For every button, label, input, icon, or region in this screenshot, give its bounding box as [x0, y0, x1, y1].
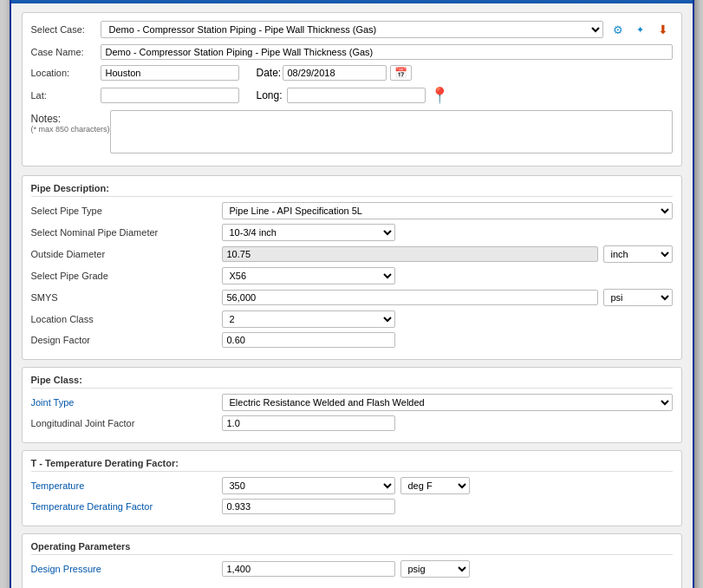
long-joint-factor-input[interactable]	[222, 415, 395, 431]
pipe-class-section: Pipe Class: Joint Type Electric Resistan…	[22, 367, 682, 443]
case-name-label: Case Name:	[31, 47, 101, 57]
smys-label: SMYS	[31, 292, 222, 303]
long-input[interactable]	[287, 88, 426, 103]
outside-diameter-label: Outside Diameter	[31, 249, 222, 259]
lat-label: Lat:	[31, 90, 101, 101]
nominal-diameter-row: Select Nominal Pipe Diameter 10-3/4 inch	[31, 224, 673, 241]
nominal-diameter-control: 10-3/4 inch	[222, 224, 673, 241]
derating-factor-row: Temperature Derating Factor	[31, 499, 673, 514]
derating-factor-input[interactable]	[222, 499, 395, 514]
outside-diameter-unit-select[interactable]: inch	[603, 245, 673, 263]
case-name-row: Case Name:	[31, 44, 673, 60]
design-pressure-row: Design Pressure psig	[31, 560, 673, 578]
calendar-button[interactable]: 📅	[390, 65, 412, 81]
nominal-diameter-select[interactable]: 10-3/4 inch	[222, 224, 395, 241]
joint-type-row: Joint Type Electric Resistance Welded an…	[31, 394, 673, 411]
joint-type-select[interactable]: Electric Resistance Welded and Flash Wel…	[222, 394, 673, 411]
joint-type-control: Electric Resistance Welded and Flash Wel…	[222, 394, 673, 411]
select-case-controls: Demo - Compressor Station Piping - Pipe …	[101, 20, 673, 39]
pipe-type-control: Pipe Line - API Specification 5L	[222, 202, 673, 219]
long-label: Long:	[257, 89, 287, 101]
temperature-label: Temperature	[31, 480, 222, 491]
export-button[interactable]: ⬇	[654, 20, 673, 39]
temperature-unit-select[interactable]: deg F	[400, 477, 470, 494]
temperature-control: 350 deg F	[222, 477, 673, 494]
location-date-row: Location: Date: 📅	[31, 65, 673, 81]
long-joint-factor-control	[222, 415, 673, 431]
design-pressure-unit-select[interactable]: psig	[400, 560, 470, 578]
derating-factor-control	[222, 499, 673, 514]
pipe-grade-select[interactable]: X56	[222, 267, 395, 284]
nominal-diameter-label: Select Nominal Pipe Diameter	[31, 227, 222, 238]
long-joint-factor-row: Longitudinal Joint Factor	[31, 415, 673, 431]
operating-title: Operating Parameters	[31, 541, 673, 555]
smys-input[interactable]	[222, 290, 598, 305]
toolbar-icons: ⚙ ✦ ⬇	[609, 20, 673, 39]
map-pin-icon: 📍	[430, 86, 449, 105]
settings-button[interactable]: ⚙	[609, 20, 628, 39]
pipe-description-section: Pipe Description: Select Pipe Type Pipe …	[22, 175, 682, 360]
design-factor-input[interactable]	[222, 332, 395, 348]
temperature-select[interactable]: 350	[222, 477, 395, 494]
lat-long-row: Lat: Long: 📍	[31, 86, 673, 105]
outside-diameter-input	[222, 246, 598, 262]
location-label: Location:	[31, 68, 101, 78]
pipe-grade-label: Select Pipe Grade	[31, 271, 222, 281]
temperature-title: T - Temperature Derating Factor:	[31, 458, 673, 472]
pipe-class-title: Pipe Class:	[31, 375, 673, 389]
case-name-input[interactable]	[101, 44, 673, 60]
date-input[interactable]	[283, 65, 387, 81]
location-class-label: Location Class	[31, 314, 222, 324]
notes-label: Notes: (* max 850 characters)	[31, 110, 110, 134]
location-input[interactable]	[101, 65, 239, 81]
location-class-control: 2	[222, 310, 673, 328]
design-pressure-control: psig	[222, 560, 673, 578]
location-class-select[interactable]: 2	[222, 310, 395, 328]
main-window: Compressor Station Piping - Pipe Wall Th…	[10, 0, 694, 588]
location-class-row: Location Class 2	[31, 310, 673, 328]
top-section: Select Case: Demo - Compressor Station P…	[22, 12, 682, 167]
pipe-grade-row: Select Pipe Grade X56	[31, 267, 673, 284]
outside-diameter-row: Outside Diameter inch	[31, 245, 673, 263]
notes-textarea[interactable]	[110, 110, 673, 154]
pipe-type-select[interactable]: Pipe Line - API Specification 5L	[222, 202, 673, 219]
smys-control: psi	[222, 289, 673, 306]
temperature-section: T - Temperature Derating Factor: Tempera…	[22, 450, 682, 526]
design-pressure-input[interactable]	[222, 561, 395, 577]
pipe-description-title: Pipe Description:	[31, 183, 673, 197]
smys-unit-select[interactable]: psi	[603, 289, 673, 306]
outside-diameter-control: inch	[222, 245, 673, 263]
share-button[interactable]: ✦	[631, 20, 650, 39]
lat-input[interactable]	[101, 88, 239, 103]
design-factor-label: Design Factor	[31, 335, 222, 345]
design-factor-control	[222, 332, 673, 348]
notes-row: Notes: (* max 850 characters)	[31, 110, 673, 154]
design-pressure-label: Design Pressure	[31, 564, 222, 574]
pipe-grade-control: X56	[222, 267, 673, 284]
select-case-dropdown[interactable]: Demo - Compressor Station Piping - Pipe …	[101, 21, 603, 38]
joint-type-label: Joint Type	[31, 397, 222, 408]
date-label: Date:	[257, 67, 283, 79]
design-factor-row: Design Factor	[31, 332, 673, 348]
select-case-row: Select Case: Demo - Compressor Station P…	[31, 20, 673, 39]
smys-row: SMYS psi	[31, 289, 673, 306]
derating-factor-label: Temperature Derating Factor	[31, 501, 222, 512]
temperature-row: Temperature 350 deg F	[31, 477, 673, 494]
select-case-label: Select Case:	[31, 24, 101, 35]
operating-section: Operating Parameters Design Pressure psi…	[22, 533, 682, 588]
long-joint-factor-label: Longitudinal Joint Factor	[31, 418, 222, 428]
pipe-type-row: Select Pipe Type Pipe Line - API Specifi…	[31, 202, 673, 219]
content-area: Select Case: Demo - Compressor Station P…	[11, 3, 693, 588]
pipe-type-label: Select Pipe Type	[31, 206, 222, 216]
